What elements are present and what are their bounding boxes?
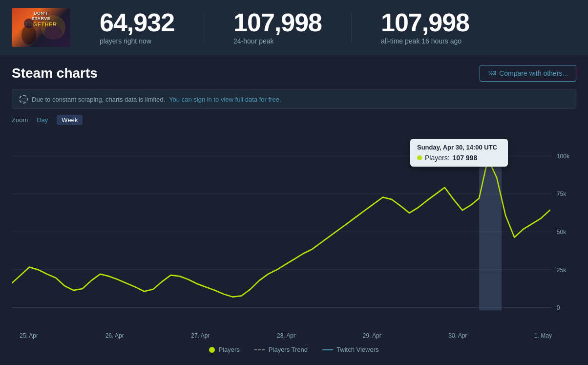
legend-twitch: Twitch Viewers	[322, 346, 378, 353]
legend-trend-label: Players Trend	[269, 346, 308, 353]
stat-players-now: 64,932 players right now	[100, 10, 174, 45]
x-label-6: 1. May	[534, 332, 552, 339]
legend-twitch-line	[322, 349, 333, 350]
chart-legend: Players Players Trend Twitch Viewers	[12, 346, 576, 353]
game-art	[12, 8, 70, 47]
charts-section: Steam charts ½3 Compare with others... ◌…	[0, 55, 588, 353]
legend-trend-dash	[254, 349, 265, 350]
svg-point-3	[44, 25, 62, 40]
compare-button[interactable]: ½3 Compare with others...	[480, 65, 576, 82]
x-label-5: 30. Apr	[448, 332, 467, 339]
compare-icon: ½3	[488, 70, 496, 77]
header-divider-2	[351, 13, 352, 42]
chart-tooltip: Sunday, Apr 30, 14:00 UTC Players: 107 9…	[410, 139, 508, 167]
svg-point-2	[24, 19, 34, 28]
stat-alltime-peak: 107,998 all-time peak 16 hours ago	[381, 10, 469, 45]
charts-header: Steam charts ½3 Compare with others...	[12, 65, 576, 82]
legend-players-label: Players	[218, 346, 239, 353]
svg-text:50k: 50k	[557, 228, 567, 236]
stat-number-24h: 107,998	[233, 10, 322, 35]
tooltip-players-value: 107 998	[453, 154, 478, 162]
tooltip-value: Players: 107 998	[417, 154, 501, 162]
notice-signin-link[interactable]: You can sign in to view full data for fr…	[169, 96, 281, 103]
x-label-3: 28. Apr	[277, 332, 295, 339]
svg-rect-14	[479, 145, 502, 310]
tooltip-date: Sunday, Apr 30, 14:00 UTC	[417, 144, 501, 151]
x-label-0: 25. Apr	[20, 332, 38, 339]
header-divider-1	[204, 13, 204, 42]
zoom-day-button[interactable]: Day	[33, 115, 52, 125]
chart-container: Sunday, Apr 30, 14:00 UTC Players: 107 9…	[12, 129, 576, 329]
x-label-2: 27. Apr	[191, 332, 210, 339]
x-label-1: 26. Apr	[105, 332, 124, 339]
zoom-week-button[interactable]: Week	[57, 115, 83, 125]
zoom-controls: Zoom Day Week	[12, 115, 576, 125]
game-logo: Don'tStarveTogether	[12, 8, 70, 47]
svg-text:0: 0	[557, 304, 560, 312]
svg-text:25k: 25k	[557, 266, 567, 274]
svg-text:100k: 100k	[557, 152, 570, 160]
notice-icon: ◌	[19, 95, 28, 104]
legend-twitch-label: Twitch Viewers	[336, 346, 378, 353]
stat-number-now: 64,932	[100, 10, 174, 35]
x-axis: 25. Apr 26. Apr 27. Apr 28. Apr 29. Apr …	[12, 329, 576, 339]
stat-label-now: players right now	[100, 37, 151, 45]
notice-text: Due to constant scraping, charts data is…	[32, 96, 165, 103]
x-label-4: 29. Apr	[363, 332, 381, 339]
legend-players: Players	[209, 346, 239, 353]
notice-bar: ◌ Due to constant scraping, charts data …	[12, 89, 576, 109]
chart-line	[12, 159, 550, 297]
zoom-label: Zoom	[12, 116, 28, 124]
legend-trend: Players Trend	[254, 346, 308, 353]
stat-label-24h: 24-hour peak	[233, 37, 274, 45]
stat-24h-peak: 107,998 24-hour peak	[233, 10, 322, 45]
stat-number-alltime: 107,998	[381, 10, 469, 35]
compare-label: Compare with others...	[499, 69, 568, 77]
charts-title: Steam charts	[12, 65, 98, 81]
header-bar: Don'tStarveTogether 64,932 players right…	[0, 0, 588, 55]
tooltip-players-label: Players:	[425, 154, 450, 162]
svg-text:75k: 75k	[557, 191, 567, 198]
tooltip-dot	[417, 155, 422, 160]
legend-players-dot	[209, 347, 215, 353]
stat-label-alltime: all-time peak 16 hours ago	[381, 37, 462, 45]
